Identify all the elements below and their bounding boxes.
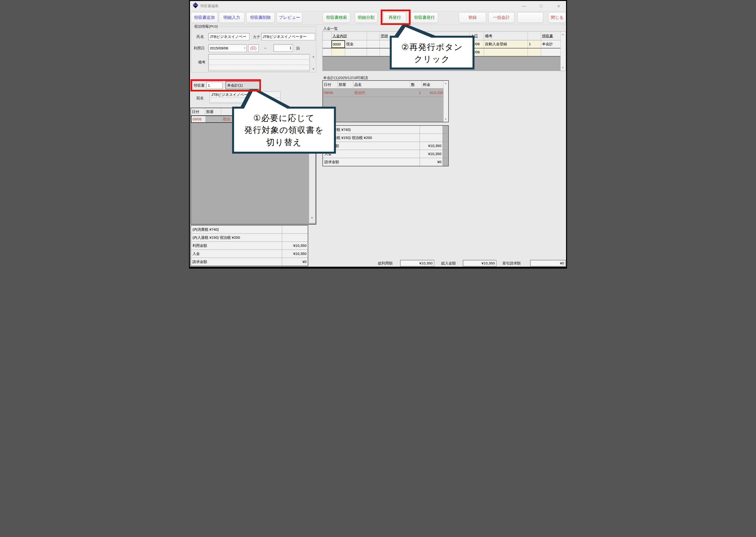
kana-field[interactable]: JTBビジネスイノベーター: [261, 33, 315, 40]
account-header-room[interactable]: 部屋: [337, 81, 353, 88]
account-table: 日付 部屋 品名 数 料金 09/06 宿泊代 1 ¥10,150 ▲ ▼: [323, 80, 449, 122]
preview-button[interactable]: プレビュー: [277, 12, 302, 23]
usage-label: (内消費税 ¥740): [191, 226, 282, 233]
note-label: 備考: [198, 60, 205, 64]
issue-receipt-button[interactable]: 領収書発行: [411, 12, 438, 23]
note-line: [209, 70, 308, 70]
payments-cell-code: [332, 48, 345, 56]
weekday-box: (日): [248, 44, 259, 52]
account-cell-room: [337, 89, 353, 97]
receipt-selector-highlight-box: 領収書 1 本会計(1): [191, 79, 261, 92]
callout-step2-line: ②再発行ボタン: [392, 41, 472, 53]
detail-input-button[interactable]: 明細入力: [219, 12, 245, 23]
payments-scrollbar[interactable]: ▲ ▼: [560, 31, 566, 71]
summary-label: (内入湯税 ¥150) 宿泊税 ¥200: [323, 134, 420, 142]
note-scroll-up-icon[interactable]: ▲: [312, 55, 315, 58]
summary-value: ¥0: [420, 158, 443, 166]
register-button[interactable]: 登録: [459, 12, 486, 23]
add-receipt-button[interactable]: 領収書追加: [191, 12, 218, 23]
account-header-item[interactable]: 品名: [353, 81, 410, 88]
summary-value: ¥10,350: [420, 142, 443, 150]
split-detail-button[interactable]: 明細分割: [355, 12, 378, 23]
app-icon: [193, 2, 198, 8]
summary-gutter: [443, 150, 448, 158]
name-field[interactable]: JTBビジネスイノベー: [208, 33, 249, 40]
usage-row: 入金 ¥10,350: [191, 250, 308, 258]
batch-account-button[interactable]: 一括会計: [488, 12, 514, 23]
addressee-label: 宛名: [196, 96, 204, 101]
selected-cell[interactable]: 0000: [332, 40, 345, 48]
payments-header-note[interactable]: 備考: [484, 31, 528, 40]
total-payment-label: 総入金額: [441, 261, 456, 266]
callout-step2: ②再発行ボタン クリック: [390, 36, 474, 69]
callout-step1: ①必要に応じて 発行対象の領収書を 切り替え: [232, 107, 336, 154]
callout-step1-line: 切り替え: [234, 136, 334, 148]
use-date-combobox[interactable]: 2015/09/06 ▾: [208, 44, 246, 52]
account-title: 本会計(1)2025/12/18印刷済: [323, 76, 368, 80]
payments-section-title: 入金一覧: [323, 26, 338, 31]
payments-header-receipt[interactable]: 領収書: [541, 31, 561, 40]
usage-row: 請求金額 ¥0: [191, 258, 308, 266]
close-button[interactable]: 閉じる: [549, 12, 566, 23]
detail-header-room[interactable]: 部屋: [205, 108, 221, 115]
note-scroll-down-icon[interactable]: ▼: [312, 67, 315, 71]
balance-due-field: ¥0: [530, 260, 566, 267]
note-textarea[interactable]: [208, 54, 310, 71]
delete-receipt-button[interactable]: 領収書削除: [246, 12, 275, 23]
chevron-down-icon[interactable]: ▾: [244, 47, 245, 49]
payments-header-gap: [367, 31, 380, 40]
summary-row: 入金 ¥10,350: [323, 150, 448, 158]
account-scrollbar[interactable]: ▲ ▼: [443, 81, 448, 122]
receipt-number-field[interactable]: 1: [206, 82, 223, 89]
summary-gutter: [443, 126, 448, 134]
payments-header-breakdown[interactable]: 入金内訳: [332, 31, 367, 40]
payments-scroll-down-icon[interactable]: ▼: [561, 66, 564, 69]
callout-step1-line: ①必要に応じて: [234, 112, 334, 124]
receipt-account-selector[interactable]: 本会計(1): [226, 81, 260, 89]
summary-row: 請求金額 ¥0: [323, 158, 448, 166]
receipt-edit-window: 領収書編集 — □ × 領収書追加 明細入力 領収書削除 プレビュー 領収書検索…: [190, 1, 566, 267]
payments-cell-name: 現金: [345, 40, 367, 48]
usage-row: 利用金額 ¥10,350: [191, 242, 308, 250]
summary-label: 請求金額: [323, 158, 420, 166]
payments-cell-blank: [323, 40, 332, 48]
payments-cell-blank: [323, 48, 332, 56]
search-receipt-button[interactable]: 領収書検索: [323, 12, 350, 23]
account-header-date[interactable]: 日付: [323, 81, 337, 88]
close-icon[interactable]: ×: [555, 2, 562, 10]
guest-info-group: 宿泊情報(Pt:0) 氏名 JTBビジネスイノベー カナ JTBビジネスイノベー…: [191, 26, 316, 72]
summary-gutter: [443, 142, 448, 150]
minimize-button[interactable]: —: [521, 2, 527, 10]
payments-cell-name: [345, 48, 367, 56]
account-cell-item: 宿泊代: [353, 89, 410, 97]
detail-header-date[interactable]: 日付: [191, 108, 205, 115]
account-scroll-up-icon[interactable]: ▲: [444, 82, 447, 85]
payments-cell-note: 自動入金登録: [484, 40, 528, 48]
reissue-highlight-box: [381, 10, 411, 25]
nights-field[interactable]: 1: [274, 44, 293, 52]
window-title: 領収書編集: [200, 4, 219, 8]
nights-suffix-label: 泊: [296, 46, 300, 51]
usage-row: (内消費税 ¥740): [191, 226, 308, 234]
maximize-button[interactable]: □: [538, 2, 544, 10]
total-payment-field: ¥10,350: [463, 260, 497, 267]
account-header-qty[interactable]: 数: [410, 81, 422, 88]
use-date-value: 2015/09/06: [210, 46, 228, 50]
account-header-price[interactable]: 料金: [422, 81, 444, 88]
payments-scroll-up-icon[interactable]: ▲: [561, 33, 564, 36]
usage-summary-table: (内消費税 ¥740) (内入湯税 ¥150) 宿泊税 ¥200 利用金額 ¥1…: [191, 225, 308, 266]
payments-cell-count: 1: [528, 40, 541, 48]
payments-cell-code[interactable]: 0000: [332, 40, 345, 48]
summary-value: [420, 134, 443, 142]
account-summary-table: (内消費税 ¥740) (内入湯税 ¥150) 宿泊税 ¥200 利用金額 ¥1…: [323, 125, 449, 166]
usage-row: (内入湯税 ¥150) 宿泊税 ¥200: [191, 234, 308, 242]
summary-gutter: [443, 134, 448, 142]
usage-value: ¥10,350: [282, 242, 308, 250]
detail-scroll-down-icon[interactable]: ▼: [310, 216, 314, 220]
payments-cell-gap: [367, 40, 380, 48]
payments-cell-count: [528, 48, 541, 56]
summary-gutter: [443, 158, 448, 166]
blank-button[interactable]: [517, 12, 543, 23]
account-row[interactable]: 09/06 宿泊代 1 ¥10,150: [323, 89, 448, 97]
account-scroll-down-icon[interactable]: ▼: [444, 118, 447, 121]
